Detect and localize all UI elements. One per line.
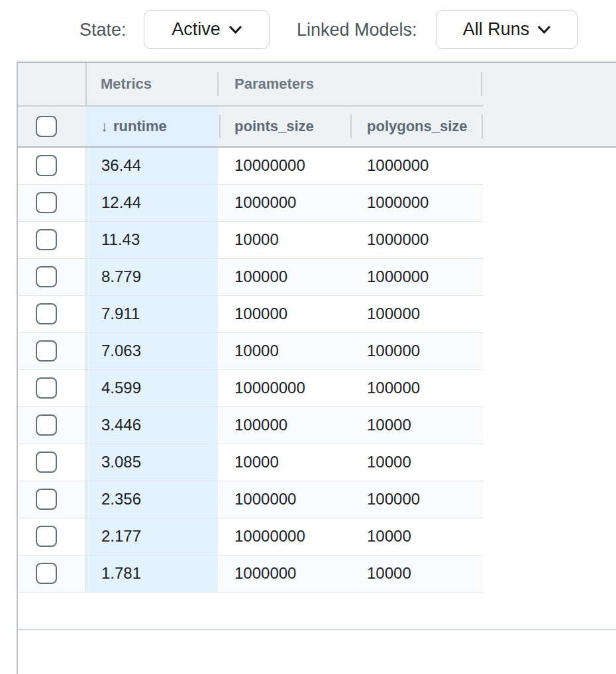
chevron-down-icon bbox=[229, 26, 242, 34]
polygons-size-value: 10000 bbox=[367, 444, 411, 480]
chevron-down-icon bbox=[538, 26, 550, 34]
points-size-value: 1000000 bbox=[234, 481, 296, 517]
column-header-row: ↓runtime points_size polygons_size bbox=[18, 107, 616, 146]
polygons-size-value: 100000 bbox=[367, 296, 420, 332]
points-size-value: 10000 bbox=[234, 333, 279, 369]
polygons-size-value: 10000 bbox=[367, 555, 411, 591]
polygons-size-value: 1000000 bbox=[367, 222, 429, 258]
table-row[interactable]: 7.063 10000 100000 bbox=[18, 333, 484, 370]
runtime-value: 1.781 bbox=[101, 555, 141, 591]
linked-models-dropdown-value: All Runs bbox=[463, 19, 530, 40]
points-size-value: 1000000 bbox=[234, 555, 296, 591]
column-header-runtime[interactable]: ↓runtime bbox=[85, 107, 218, 146]
row-checkbox[interactable] bbox=[36, 192, 57, 213]
table-row[interactable]: 4.599 10000000 100000 bbox=[18, 370, 484, 407]
runtime-value: 7.911 bbox=[101, 296, 140, 332]
group-header-parameters: Parameters bbox=[234, 63, 314, 105]
points-size-value: 10000000 bbox=[234, 370, 305, 406]
column-separator bbox=[217, 72, 219, 96]
row-checkbox[interactable] bbox=[36, 266, 57, 287]
table-body: 36.44 10000000 1000000 12.44 1000000 100… bbox=[18, 148, 616, 593]
points-size-value: 100000 bbox=[234, 259, 287, 295]
runtime-value: 2.177 bbox=[101, 518, 141, 554]
table-row[interactable]: 36.44 10000000 1000000 bbox=[18, 148, 484, 185]
points-size-value: 100000 bbox=[234, 407, 287, 443]
points-size-value: 10000 bbox=[234, 222, 279, 258]
select-all-checkbox[interactable] bbox=[36, 116, 57, 137]
points-size-value: 1000000 bbox=[234, 185, 296, 220]
row-checkbox[interactable] bbox=[36, 563, 57, 584]
row-checkbox[interactable] bbox=[36, 452, 57, 473]
points-size-value: 100000 bbox=[234, 296, 287, 332]
points-size-value: 10000000 bbox=[234, 518, 305, 554]
points-size-value: 10000000 bbox=[234, 148, 305, 183]
polygons-size-value: 1000000 bbox=[367, 148, 429, 183]
runtime-value: 3.446 bbox=[101, 407, 141, 443]
row-checkbox[interactable] bbox=[36, 155, 57, 176]
polygons-size-value: 10000 bbox=[367, 518, 411, 554]
runtime-value: 2.356 bbox=[101, 481, 141, 517]
runtime-value: 3.085 bbox=[101, 444, 141, 480]
row-checkbox[interactable] bbox=[36, 377, 57, 399]
table-row[interactable]: 11.43 10000 1000000 bbox=[18, 222, 484, 259]
column-separator bbox=[350, 115, 352, 138]
runtime-value: 4.599 bbox=[101, 370, 141, 406]
sort-descending-icon[interactable]: ↓ bbox=[101, 118, 108, 134]
runtime-value: 8.779 bbox=[101, 259, 141, 295]
column-header-polygons-size[interactable]: polygons_size bbox=[367, 107, 468, 146]
row-checkbox[interactable] bbox=[36, 414, 57, 436]
column-group-row: Metrics Parameters bbox=[18, 63, 483, 107]
runs-table: Metrics Parameters ↓runtime points_size … bbox=[17, 62, 616, 674]
column-separator bbox=[482, 115, 483, 138]
runtime-value: 36.44 bbox=[101, 148, 141, 183]
polygons-size-value: 100000 bbox=[367, 481, 420, 517]
column-header-points-size[interactable]: points_size bbox=[234, 107, 314, 146]
table-bottom-divider bbox=[18, 629, 616, 630]
state-dropdown[interactable]: Active bbox=[144, 10, 270, 49]
linked-models-dropdown[interactable]: All Runs bbox=[436, 10, 578, 49]
linked-models-filter-label: Linked Models: bbox=[297, 20, 417, 40]
table-row[interactable]: 2.177 10000000 10000 bbox=[18, 518, 484, 555]
table-row[interactable]: 2.356 1000000 100000 bbox=[18, 481, 484, 518]
table-row[interactable]: 12.44 1000000 1000000 bbox=[18, 185, 484, 222]
row-checkbox[interactable] bbox=[36, 229, 57, 250]
row-checkbox[interactable] bbox=[36, 303, 57, 324]
table-row[interactable]: 1.781 1000000 10000 bbox=[18, 555, 484, 593]
runtime-value: 7.063 bbox=[101, 333, 141, 369]
runtime-value: 11.43 bbox=[101, 222, 140, 258]
table-row[interactable]: 3.446 100000 10000 bbox=[18, 407, 484, 444]
row-checkbox[interactable] bbox=[36, 526, 57, 547]
table-header: Metrics Parameters ↓runtime points_size … bbox=[18, 62, 616, 148]
row-checkbox[interactable] bbox=[36, 489, 57, 510]
runtime-value: 12.44 bbox=[101, 185, 141, 220]
polygons-size-value: 100000 bbox=[367, 333, 420, 369]
column-separator bbox=[481, 72, 482, 96]
state-filter-label: State: bbox=[79, 20, 127, 40]
polygons-size-value: 100000 bbox=[367, 370, 420, 406]
state-dropdown-value: Active bbox=[172, 19, 221, 40]
points-size-value: 10000 bbox=[234, 444, 279, 480]
polygons-size-value: 1000000 bbox=[367, 185, 429, 220]
polygons-size-value: 10000 bbox=[367, 407, 411, 443]
table-row[interactable]: 8.779 100000 1000000 bbox=[18, 259, 484, 296]
table-row[interactable]: 3.085 10000 10000 bbox=[18, 444, 484, 481]
group-header-metrics: Metrics bbox=[101, 63, 152, 105]
column-separator bbox=[219, 115, 221, 138]
row-checkbox[interactable] bbox=[36, 340, 57, 361]
column-header-runtime-label: runtime bbox=[113, 118, 167, 134]
table-row[interactable]: 7.911 100000 100000 bbox=[18, 296, 484, 333]
polygons-size-value: 1000000 bbox=[367, 259, 429, 295]
